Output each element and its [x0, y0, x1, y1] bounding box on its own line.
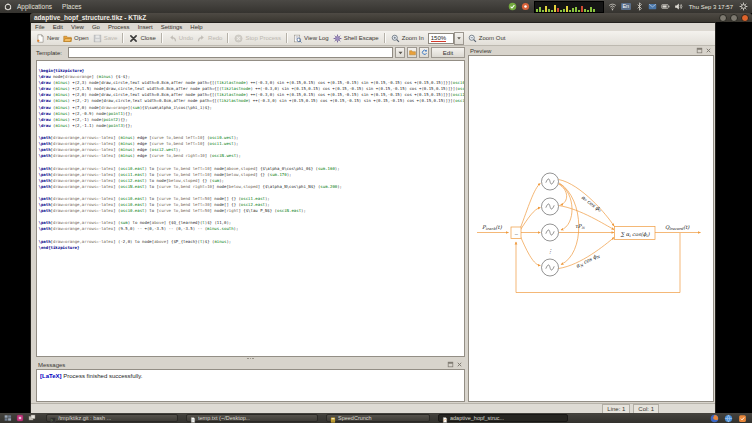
toolbar-button-label: Open	[74, 35, 89, 41]
taskbar-window-button[interactable]: temp.txt (~/Desktop...	[186, 414, 318, 422]
redo-button: Redo	[197, 34, 222, 43]
zoom-level-combobox[interactable]: 150%	[428, 32, 464, 45]
q-learned-label: Qlearned(t)	[665, 224, 690, 231]
message-source-badge: [LaTeX]	[40, 373, 62, 379]
toolbar-separator	[122, 33, 124, 43]
toolbar-button-label: Zoom Out	[479, 35, 506, 41]
panel-menu-applications[interactable]: Applications	[12, 3, 57, 10]
taskbar-window-label: temp.txt (~/Desktop...	[198, 415, 250, 421]
menu-insert[interactable]: Insert	[134, 24, 157, 30]
toolbar-separator	[286, 33, 288, 43]
workspace-icon[interactable]	[4, 414, 12, 422]
alpha0-label: α₀ cos ϕ₀	[580, 194, 603, 214]
view-log-button[interactable]: View Log	[293, 34, 329, 43]
shell-escape-button[interactable]: Shell Escape	[333, 34, 379, 43]
menu-help[interactable]: Help	[186, 24, 206, 30]
code-editor[interactable]: \begin{tikzpicture}\draw node[draw=orang…	[36, 60, 465, 357]
calculator-icon	[330, 409, 336, 423]
keyboard-layout-badge[interactable]: En	[621, 3, 631, 10]
new-button[interactable]: New	[36, 34, 59, 43]
close-button[interactable]: Close	[129, 34, 155, 43]
menu-view[interactable]: View	[67, 24, 88, 30]
toolbar-button-label: Zoom In	[402, 35, 424, 41]
preview-panel: − ∑ αi cos(ϕi) Pteach(t) Qlearned(t) τPN…	[468, 55, 714, 402]
clock[interactable]: Thu Sep 3 17:57	[687, 4, 735, 10]
taskbar-window-button[interactable]: adaptive_hopf_struc...	[438, 414, 568, 422]
zoom-in-button[interactable]: Zoom In	[391, 34, 424, 43]
window-title: adaptive_hopf_structure.tikz - KTikZ	[30, 14, 146, 21]
toolbar-separator	[161, 33, 163, 43]
menu-go[interactable]: Go	[88, 24, 104, 30]
zoom-out-icon	[468, 34, 477, 43]
network-wifi-icon[interactable]	[608, 2, 617, 11]
menu-edit[interactable]: Edit	[49, 24, 67, 30]
close-button[interactable]	[741, 14, 749, 22]
float-panel-icon[interactable]	[696, 47, 703, 54]
view-log-icon	[293, 34, 302, 43]
screenshot-tool-icon[interactable]	[16, 414, 24, 422]
toolbar-separator	[227, 33, 229, 43]
template-input[interactable]	[68, 47, 393, 58]
messages-panel-header: Messages	[36, 360, 465, 369]
toolbar-button-label: Save	[104, 35, 118, 41]
panel-menu-places[interactable]: Places	[57, 3, 87, 10]
messages-title: Messages	[36, 362, 65, 368]
taskbar-window-label: SpeedCrunch	[338, 415, 372, 421]
save-icon	[93, 34, 102, 43]
zoom-out-button[interactable]: Zoom Out	[468, 34, 506, 43]
menu-file[interactable]: File	[31, 24, 49, 30]
open-folder-icon	[63, 34, 72, 43]
messaging-icon[interactable]	[648, 2, 657, 11]
system-monitor-graph[interactable]	[534, 1, 604, 13]
float-panel-icon[interactable]	[447, 361, 454, 368]
template-dropdown-button[interactable]	[395, 47, 405, 58]
template-edit-button[interactable]: Edit	[431, 47, 465, 58]
panel-menus: ApplicationsPlaces	[12, 3, 87, 10]
terminal-icon	[50, 409, 56, 423]
new-document-icon	[36, 34, 45, 43]
close-panel-icon[interactable]	[705, 47, 712, 54]
template-open-button[interactable]	[407, 47, 417, 58]
toolbar-button-label: Redo	[208, 35, 222, 41]
stop-process-icon	[234, 34, 243, 43]
minimize-button[interactable]	[719, 14, 727, 22]
p-teach-label: Pteach(t)	[482, 224, 503, 231]
close-panel-icon[interactable]	[456, 361, 463, 368]
window-titlebar[interactable]: adaptive_hopf_structure.tikz - KTikZ	[30, 13, 752, 22]
notification-icon[interactable]	[521, 2, 530, 11]
bluetooth-icon[interactable]	[635, 2, 644, 11]
menu-settings[interactable]: Settings	[157, 24, 187, 30]
tikz-file-icon	[442, 409, 448, 423]
window-list-icon[interactable]	[28, 414, 36, 422]
menu-process[interactable]: Process	[104, 24, 134, 30]
ubuntu-logo-icon[interactable]	[4, 3, 12, 11]
toolbar-separator	[384, 33, 386, 43]
taskbar-window-button[interactable]: SpeedCrunch	[326, 414, 430, 422]
vdots-label: ⋮	[548, 248, 553, 254]
maximize-button[interactable]	[730, 14, 738, 22]
updates-available-icon[interactable]	[508, 2, 517, 11]
save-button: Save	[93, 34, 118, 43]
tikz-preview-diagram: − ∑ αi cos(ϕi) Pteach(t) Qlearned(t) τPN…	[469, 56, 713, 401]
template-row: Template: Edit	[36, 46, 465, 59]
system-tray: EnThu Sep 3 17:57	[508, 1, 752, 13]
firefox-icon[interactable]	[710, 414, 719, 423]
software-icon[interactable]	[738, 414, 747, 423]
taskbar-window-button[interactable]: /tmp/ktikz.git : bash ...	[46, 414, 178, 422]
zoom-dropdown-button[interactable]	[454, 32, 464, 45]
browser-globe-icon[interactable]	[724, 414, 733, 423]
volume-icon[interactable]	[674, 2, 683, 11]
battery-icon[interactable]	[661, 2, 670, 11]
zoom-level-value[interactable]: 150%	[428, 33, 454, 44]
tau-pn-label: τPN	[575, 223, 585, 230]
toolbar-button-label: New	[47, 35, 59, 41]
undo-button: Undo	[168, 34, 193, 43]
toolbar: NewOpenSaveCloseUndoRedoStop ProcessView…	[31, 31, 715, 46]
oscillator-nodes	[542, 173, 559, 276]
desktop-taskbar: /tmp/ktikz.git : bash ...temp.txt (~/Des…	[0, 413, 752, 423]
template-reload-button[interactable]	[419, 47, 429, 58]
open-button[interactable]: Open	[63, 34, 89, 43]
message-text: Process finished successfully.	[62, 373, 143, 379]
session-gear-icon[interactable]	[739, 2, 748, 11]
undo-icon	[168, 34, 177, 43]
